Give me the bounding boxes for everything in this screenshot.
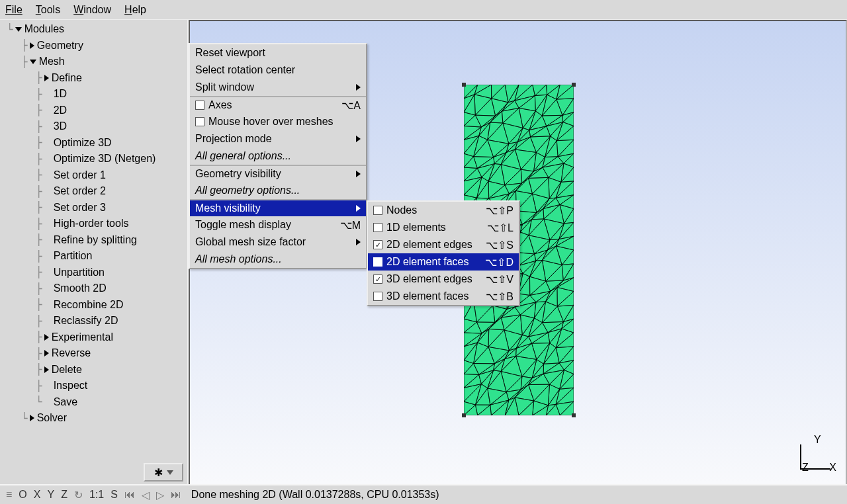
ctx-global-mesh-size-factor[interactable]: Global mesh size factor [190,233,366,251]
ctx-reset-viewport[interactable]: Reset viewport [190,44,366,62]
tree-mesh-set-order-1[interactable]: ├Set order 1 [7,167,187,184]
main: └Modules ├Geometry ├Mesh ├Define├1D├2D├3… [0,20,847,484]
checkbox-icon [195,117,204,126]
twisty-right-icon [30,42,34,49]
menu-file[interactable]: File [5,4,22,16]
menu-help[interactable]: Help [124,4,146,16]
tree-mesh-1d[interactable]: ├1D [7,86,187,103]
ctx-axes[interactable]: Axes⌥A [190,96,366,113]
submenu-1d-elements[interactable]: 1D elements⌥⇧L [368,219,519,236]
tree-mesh-set-order-2[interactable]: ├Set order 2 [7,183,187,200]
checkbox-icon: ✓ [373,240,382,249]
statusbar: ≡ O X Y Z ↻ 1:1 S ⏮ ◁ ▷ ⏭ Done meshing 2… [0,484,847,504]
tree-mesh-inspect[interactable]: ├Inspect [7,378,187,394]
module-tree: └Modules ├Geometry ├Mesh ├Define├1D├2D├3… [0,21,187,427]
submenu-arrow-icon [356,205,361,212]
checkbox-icon [373,292,382,301]
step-last-icon[interactable]: ⏭ [169,489,183,501]
ctx-projection-mode[interactable]: Projection mode [190,130,366,147]
submenu-3d-element-faces[interactable]: 3D element faces⌥⇧B [368,288,519,305]
submenu-arrow-icon [356,171,361,177]
submenu-3d-element-edges[interactable]: ✓3D element edges⌥⇧V [368,271,519,288]
twisty-down-icon [30,60,36,64]
ctx-mesh-visibility[interactable]: Mesh visibility [190,199,366,216]
axis-z-label: Z [802,462,809,474]
sb-X[interactable]: X [32,489,43,501]
submenu-arrow-icon [356,136,361,142]
checkbox-icon [373,206,382,215]
tree-mesh[interactable]: ├Mesh [7,54,187,70]
step-first-icon[interactable]: ⏮ [122,489,137,501]
menu-icon[interactable]: ≡ [4,489,14,501]
tree-mesh-optimize-3d[interactable]: ├Optimize 3D [7,135,187,151]
axis-y-label: Y [814,434,821,446]
twisty-down-icon [15,27,22,32]
ctx-all-geometry-options[interactable]: All geometry options... [190,182,366,199]
twisty-right-icon [30,415,34,421]
submenu-arrow-icon [356,239,361,245]
step-fwd-icon[interactable]: ▷ [154,489,166,501]
menubar: File Tools Window Help [0,0,847,20]
tree-mesh-high-order-tools[interactable]: ├High-order tools [7,216,187,232]
menu-tools[interactable]: Tools [36,4,60,16]
submenu-2d-element-edges[interactable]: ✓2D element edges⌥⇧S [368,236,519,253]
step-back-icon[interactable]: ◁ [140,489,152,501]
sb-scale[interactable]: 1:1 [87,489,106,501]
dropdown-icon [167,470,173,475]
tree-solver[interactable]: └Solver [7,410,187,427]
tree-mesh-partition[interactable]: ├Partition [7,248,187,265]
tree-mesh-unpartition[interactable]: ├Unpartition [7,265,187,281]
checkbox-icon: ✓ [373,274,382,284]
tree-mesh-refine-by-splitting[interactable]: ├Refine by splitting [7,232,187,249]
gear-icon: ✱ [154,466,163,479]
axis-indicator: Y X Z [798,437,835,474]
checkbox-icon [195,101,204,110]
axis-x-label: X [829,462,836,474]
tree-mesh-optimize-3d-netgen-[interactable]: ├Optimize 3D (Netgen) [7,151,187,167]
twisty-right-icon [44,334,49,341]
rotate-icon[interactable]: ↻ [72,489,85,501]
ctx-split-window[interactable]: Split window [190,79,366,96]
tree-mesh-delete[interactable]: ├Delete [7,362,187,378]
ctx-all-general-options[interactable]: All general options... [190,147,366,165]
ctx-mouse-hover-meshes[interactable]: Mouse hover over meshes [190,113,366,130]
ctx-all-mesh-options[interactable]: All mesh options... [190,251,366,268]
sb-Z[interactable]: Z [59,489,69,501]
sb-O[interactable]: O [17,489,28,501]
twisty-right-icon [44,366,49,373]
tree-mesh-experimental[interactable]: ├Experimental [7,329,187,346]
tree-geometry[interactable]: ├Geometry [7,38,187,54]
tree-mesh-3d[interactable]: ├3D [7,118,187,135]
context-menu: Reset viewport Select rotation center Sp… [189,43,367,269]
mesh-visibility-submenu: Nodes⌥⇧P1D elements⌥⇧L✓2D element edges⌥… [367,200,520,306]
tree-mesh-set-order-3[interactable]: ├Set order 3 [7,200,187,216]
status-message: Done meshing 2D (Wall 0.0137288s, CPU 0.… [191,489,439,501]
checkbox-icon [373,223,382,232]
sb-Y[interactable]: Y [45,489,56,501]
tree-mesh-2d[interactable]: ├2D [7,103,187,119]
sb-S[interactable]: S [109,489,120,501]
submenu-nodes[interactable]: Nodes⌥⇧P [368,202,519,219]
ctx-select-rotation-center[interactable]: Select rotation center [190,62,366,79]
checkbox-icon: ✓ [373,257,382,267]
viewport[interactable]: Y X Z Reset viewport Select rotation cen… [189,20,847,484]
submenu-2d-element-faces[interactable]: ✓2D element faces⌥⇧D [368,253,519,271]
tree-mesh-reverse[interactable]: ├Reverse [7,345,187,362]
menu-window[interactable]: Window [73,4,111,16]
tree-root-modules[interactable]: └Modules [7,21,187,38]
options-button[interactable]: ✱ [144,463,183,482]
ctx-toggle-mesh-display[interactable]: Toggle mesh display⌥M [190,216,366,233]
tree-mesh-reclassify-2d[interactable]: ├Reclassify 2D [7,313,187,329]
twisty-right-icon [44,350,49,357]
tree-mesh-smooth-2d[interactable]: ├Smooth 2D [7,280,187,297]
tree-mesh-define[interactable]: ├Define [7,70,187,87]
tree-mesh-recombine-2d[interactable]: ├Recombine 2D [7,297,187,314]
ctx-geometry-visibility[interactable]: Geometry visibility [190,165,366,182]
tree-mesh-save[interactable]: └Save [7,394,187,411]
submenu-arrow-icon [356,84,361,91]
twisty-right-icon [44,75,49,81]
sidebar: └Modules ├Geometry ├Mesh ├Define├1D├2D├3… [0,20,189,484]
